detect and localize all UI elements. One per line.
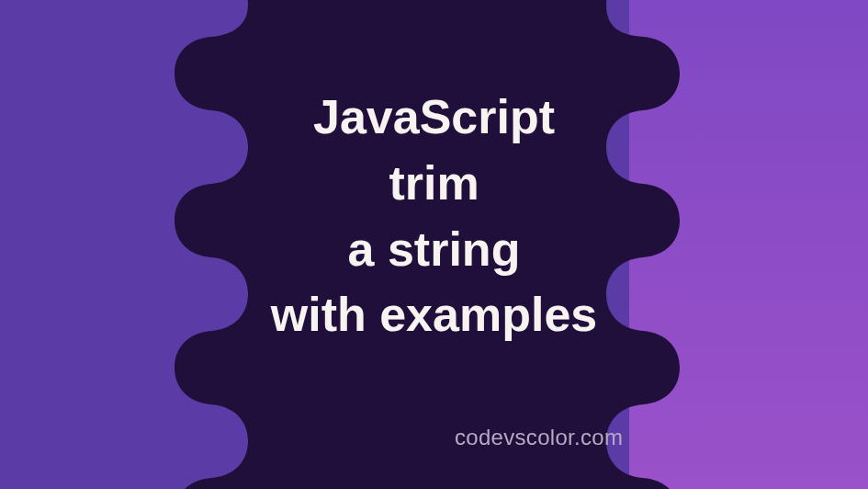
watermark-text: codevscolor.com [455, 425, 623, 450]
title-line-4: with examples [0, 282, 868, 348]
title-line-2: trim [0, 151, 868, 217]
title-line-3: a string [0, 217, 868, 283]
banner-canvas: JavaScript trim a string with examples c… [0, 0, 868, 489]
title-line-1: JavaScript [0, 85, 868, 151]
title-block: JavaScript trim a string with examples [0, 85, 868, 348]
